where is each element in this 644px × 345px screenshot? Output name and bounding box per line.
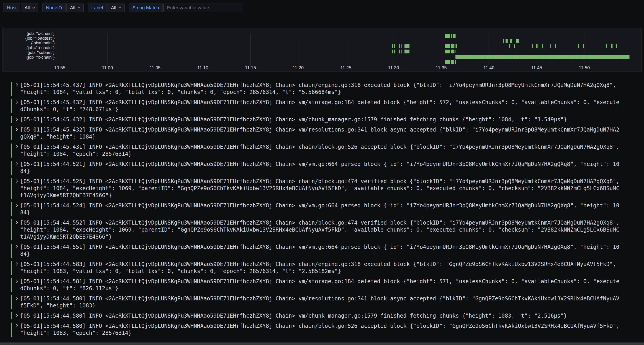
log-level-bar xyxy=(11,126,12,140)
chart-event-bar xyxy=(451,49,452,53)
filter-host: Host All xyxy=(3,3,38,12)
expand-chevron-icon[interactable] xyxy=(15,262,18,266)
x-tick-label: 11:20 xyxy=(292,65,304,70)
expand-chevron-icon[interactable] xyxy=(15,280,18,283)
log-row[interactable]: [05-01|15:54:44.580] INFO <2AcRkXTLLtQjv… xyxy=(11,311,644,321)
log-row[interactable]: [05-01|15:54:44.552] INFO <2AcRkXTLLtQjv… xyxy=(11,218,644,242)
log-row[interactable]: [05-01|15:54:45.437] INFO <2AcRkXTLLtQjv… xyxy=(11,80,644,97)
log-row[interactable]: [05-01|15:54:44.521] INFO <2AcRkXTLLtQjv… xyxy=(11,159,644,176)
chart-event-bar xyxy=(583,44,584,48)
x-gridline xyxy=(203,33,203,66)
horizontal-scrollbar[interactable] xyxy=(0,343,644,345)
expand-chevron-icon[interactable] xyxy=(15,100,18,104)
filter-value-host[interactable]: All xyxy=(21,3,38,12)
chevron-down-icon xyxy=(78,6,80,8)
string-match-input[interactable] xyxy=(164,3,243,12)
log-row[interactable]: [05-01|15:54:45.431] INFO <2AcRkXTLLtQjv… xyxy=(11,142,644,159)
expand-chevron-icon[interactable] xyxy=(15,180,18,183)
chart-event-bar xyxy=(555,44,556,48)
log-row[interactable]: [05-01|15:54:45.432] INFO <2AcRkXTLLtQjv… xyxy=(11,115,644,125)
x-tick-label: 11:35 xyxy=(436,65,447,70)
chart-event-bar xyxy=(503,39,504,43)
log-line-text: [05-01|15:54:44.551] INFO <2AcRkXTLLtQjv… xyxy=(20,244,621,258)
x-tick-label: 11:25 xyxy=(340,65,352,70)
log-line-text: [05-01|15:54:44.580] INFO <2AcRkXTLLtQjv… xyxy=(20,295,621,309)
chart-event-bar xyxy=(453,34,454,38)
x-tick-label: 11:05 xyxy=(150,65,161,70)
legend-item[interactable]: {job="loadtest"} xyxy=(11,36,54,40)
log-row[interactable]: [05-01|15:54:45.432] INFO <2AcRkXTLLtQjv… xyxy=(11,125,644,142)
filter-string-match: String Match xyxy=(129,3,243,12)
log-row[interactable]: [05-01|15:54:44.580] INFO <2AcRkXTLLtQjv… xyxy=(11,294,644,311)
filter-label: Label All xyxy=(88,3,125,12)
chart-event-bar xyxy=(451,44,452,48)
expand-chevron-icon[interactable] xyxy=(15,221,18,224)
log-line-text: [05-01|15:54:44.581] INFO <2AcRkXTLLtQjv… xyxy=(20,278,621,292)
filter-value-label[interactable]: All xyxy=(107,3,124,12)
legend-item[interactable]: {job="subnet"} xyxy=(11,50,54,55)
expand-chevron-icon[interactable] xyxy=(15,162,18,165)
log-level-bar xyxy=(11,261,12,275)
chart-event-bar xyxy=(611,44,612,48)
filter-label-string-match: String Match xyxy=(129,3,163,12)
x-gridline xyxy=(108,33,108,66)
chart-plot[interactable]: {job="c-chain"}{job="loadtest"}{job="mai… xyxy=(2,28,642,71)
log-row[interactable]: [05-01|15:54:44.581] INFO <2AcRkXTLLtQjv… xyxy=(11,276,644,294)
chart-event-bar xyxy=(408,49,410,53)
log-row[interactable]: [05-01|15:54:44.551] INFO <2AcRkXTLLtQjv… xyxy=(11,242,644,259)
expand-chevron-icon[interactable] xyxy=(15,118,18,121)
x-tick-label: 11:40 xyxy=(483,65,494,70)
filter-value-nodeid[interactable]: All xyxy=(66,3,84,12)
chart-event-bar xyxy=(408,44,410,48)
expand-chevron-icon[interactable] xyxy=(15,204,18,207)
legend-item[interactable]: {job="x-chain"} xyxy=(11,55,54,59)
expand-chevron-icon[interactable] xyxy=(15,245,18,248)
chart-event-bar xyxy=(401,44,402,48)
chart-event-bar xyxy=(404,44,406,48)
x-gridline xyxy=(489,33,489,66)
chart-event-bar xyxy=(401,49,402,53)
chart-event-bar xyxy=(538,44,538,48)
log-row[interactable]: [05-01|15:54:44.583] INFO <2AcRkXTLLtQjv… xyxy=(11,259,644,276)
legend-item[interactable]: {job="main"} xyxy=(11,40,54,45)
expand-chevron-icon[interactable] xyxy=(15,297,18,300)
log-row[interactable]: [05-01|15:54:44.524] INFO <2AcRkXTLLtQjv… xyxy=(11,201,644,218)
expand-chevron-icon[interactable] xyxy=(15,314,18,317)
chart-event-bar xyxy=(510,39,511,43)
expand-chevron-icon[interactable] xyxy=(15,128,18,131)
chart-event-bar xyxy=(532,44,533,48)
log-level-bar xyxy=(11,161,12,175)
log-line-text: [05-01|15:54:44.583] INFO <2AcRkXTLLtQjv… xyxy=(20,261,621,275)
chart-event-bar xyxy=(451,34,452,38)
log-line-text: [05-01|15:54:44.521] INFO <2AcRkXTLLtQjv… xyxy=(20,161,621,175)
log-row[interactable]: [05-01|15:54:44.525] INFO <2AcRkXTLLtQjv… xyxy=(11,176,644,201)
chart-event-bar xyxy=(455,55,456,59)
chart-event-bar xyxy=(510,44,510,48)
x-gridline xyxy=(60,33,60,66)
log-level-bar xyxy=(11,278,12,292)
chart-event-bar xyxy=(616,44,616,48)
grafana-logs-dashboard: Host All NodeID All Label All String Mat… xyxy=(0,0,644,345)
log-row[interactable]: [05-01|15:54:44.580] INFO <2AcRkXTLLtQjv… xyxy=(11,321,644,338)
expand-chevron-icon[interactable] xyxy=(15,83,18,86)
x-tick-label: 11:15 xyxy=(245,65,256,70)
log-line-text: [05-01|15:54:44.580] INFO <2AcRkXTLLtQjv… xyxy=(20,313,621,320)
x-gridline xyxy=(441,33,442,66)
legend-item[interactable]: {job="p-chain"} xyxy=(11,45,54,50)
chart-event-bar xyxy=(392,49,393,53)
chart-event-bar xyxy=(578,44,579,48)
log-row[interactable]: [05-01|15:54:45.432] INFO <2AcRkXTLLtQjv… xyxy=(11,97,644,115)
chart-event-bar xyxy=(536,44,537,48)
expand-chevron-icon[interactable] xyxy=(15,145,18,148)
x-tick-label: 11:10 xyxy=(197,65,208,70)
x-gridline xyxy=(346,33,346,66)
expand-chevron-icon[interactable] xyxy=(15,324,18,327)
log-line-text: [05-01|15:54:45.437] INFO <2AcRkXTLLtQjv… xyxy=(20,82,621,96)
log-level-bar xyxy=(11,82,12,96)
chart-event-bar xyxy=(445,60,450,64)
legend-item[interactable]: {job="c-chain"} xyxy=(11,31,54,36)
filter-value-host-text: All xyxy=(24,5,30,10)
log-level-bar xyxy=(11,295,12,309)
log-level-bar xyxy=(11,202,12,216)
chart-event-bar xyxy=(404,49,406,53)
